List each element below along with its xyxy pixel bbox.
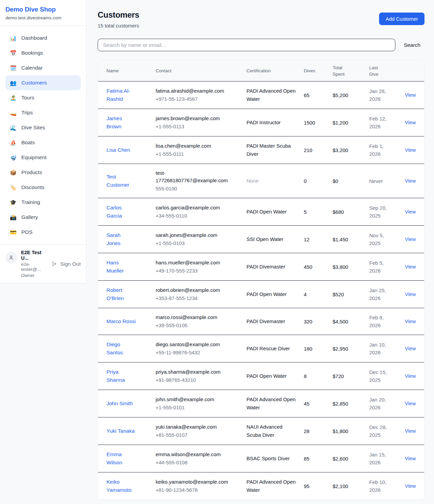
table-row: Diego Santos diego.santos@example.com +5…: [98, 335, 424, 362]
view-link[interactable]: View: [405, 147, 416, 153]
contact-cell: emma.wilson@example.com +44-555-0108: [156, 451, 238, 466]
sidebar-item-products[interactable]: 📦 Products: [5, 165, 81, 180]
view-link[interactable]: View: [405, 178, 416, 184]
sidebar-item-pos[interactable]: 💳 POS: [5, 225, 81, 240]
certification-cell: PADI Divemaster: [246, 317, 296, 325]
sidebar-item-boats[interactable]: ⛵ Boats: [5, 135, 81, 150]
total-spent-cell: $680: [333, 209, 361, 215]
sidebar-item-discounts[interactable]: 🏷️ Discounts: [5, 180, 81, 195]
total-spent-cell: $2,100: [333, 483, 361, 489]
sidebar-item-label: Products: [21, 169, 42, 175]
customer-name-link[interactable]: Yuki Tanaka: [106, 427, 136, 435]
sidebar-item-dive-sites[interactable]: 🌊 Dive Sites: [5, 120, 81, 135]
table-body: Fatima Al-Rashid fatima.alrashid@example…: [98, 81, 424, 500]
certification-cell: PADI Open Water: [246, 372, 296, 380]
customer-name-link[interactable]: Emma Wilson: [106, 450, 136, 467]
table-row: Yuki Tanaka yuki.tanaka@example.com +81-…: [98, 417, 424, 445]
sign-out-button[interactable]: Sign Out: [52, 261, 81, 267]
sidebar-item-trips[interactable]: 🚤 Trips: [5, 105, 81, 120]
table-row: Hans Mueller hans.mueller@example.com +4…: [98, 253, 424, 281]
customer-name-link[interactable]: Fatima Al-Rashid: [106, 87, 136, 103]
certification-cell: NAUI Advanced Scuba Diver: [246, 423, 296, 439]
customer-phone: +44-555-0108: [156, 459, 238, 466]
total-spent-cell: $720: [333, 373, 361, 379]
dives-cell: 45: [304, 401, 324, 407]
sidebar-item-calendar[interactable]: 🗓️ Calendar: [5, 60, 81, 75]
customer-name-link[interactable]: Priya Sharma: [106, 368, 136, 384]
customer-name-link[interactable]: James Brown: [106, 114, 136, 131]
customer-name-link[interactable]: Lisa Chen: [106, 146, 136, 154]
view-link[interactable]: View: [405, 236, 416, 242]
calendar-icon: 🗓️: [10, 65, 17, 71]
customer-name-link[interactable]: Robert O'Brien: [106, 286, 136, 302]
sidebar-item-gallery[interactable]: 📸 Gallery: [5, 210, 81, 225]
search-button[interactable]: Search: [400, 42, 425, 48]
search-input[interactable]: [98, 39, 395, 51]
add-customer-button[interactable]: Add Customer: [379, 13, 425, 25]
customer-name-link[interactable]: John Smith: [106, 399, 136, 408]
customer-name-link[interactable]: Keiko Yamamoto: [106, 478, 136, 494]
contact-cell: john.smith@example.com +1-555-0101: [156, 396, 238, 411]
customer-email: yuki.tanaka@example.com: [156, 423, 234, 431]
customer-phone: +81-90-1234-5678: [156, 486, 238, 494]
total-spent-cell: $2,600: [333, 456, 361, 462]
sidebar-item-training[interactable]: 🎓 Training: [5, 195, 81, 210]
view-link[interactable]: View: [405, 119, 416, 125]
dashboard-icon: 📊: [10, 35, 17, 41]
total-spent-cell: $3,200: [333, 147, 361, 153]
last-dive-cell: Jan 10, 2026: [369, 341, 393, 356]
sidebar-item-tours[interactable]: 🏝️ Tours: [5, 90, 81, 105]
sidebar-item-equipment[interactable]: 🤿 Equipment: [5, 150, 81, 165]
sidebar-item-customers[interactable]: 👥 Customers: [5, 75, 81, 90]
view-link[interactable]: View: [405, 373, 416, 379]
name-cell: Yuki Tanaka: [106, 427, 147, 435]
view-link[interactable]: View: [405, 346, 416, 351]
certification-cell: PADI Open Water: [246, 208, 296, 216]
view-link[interactable]: View: [405, 428, 416, 434]
customer-name-link[interactable]: Carlos Garcia: [106, 204, 136, 220]
shop-name: Demo Dive Shop: [5, 6, 81, 13]
customer-phone: +1-555-0111: [156, 150, 238, 158]
view-link[interactable]: View: [405, 483, 416, 489]
total-spent-cell: $2,850: [333, 401, 361, 407]
customer-name-link[interactable]: Sarah Jones: [106, 231, 136, 247]
actions-cell: View: [405, 236, 425, 242]
view-link[interactable]: View: [405, 209, 416, 214]
sidebar-item-label: Training: [21, 199, 40, 205]
last-dive-cell: Nov 5, 2025: [369, 231, 393, 247]
dives-cell: 28: [304, 428, 324, 434]
sidebar-item-label: Tours: [21, 95, 34, 101]
certification-cell: PADI Divemaster: [246, 263, 296, 271]
table-row: Emma Wilson emma.wilson@example.com +44-…: [98, 445, 424, 472]
actions-cell: View: [405, 400, 425, 407]
view-link[interactable]: View: [405, 455, 416, 461]
dives-cell: 180: [304, 346, 324, 352]
sidebar-item-label: Boats: [21, 139, 35, 146]
sidebar-item-label: Customers: [21, 80, 47, 86]
dives-cell: 1500: [304, 120, 324, 126]
last-dive-cell: Sep 20, 2025: [369, 204, 393, 220]
customer-phone: +81-555-0107: [156, 431, 238, 439]
contact-cell: james.brown@example.com +1-555-0113: [156, 115, 238, 130]
total-spent-cell: $2,950: [333, 346, 361, 352]
customer-name-link[interactable]: Diego Santos: [106, 340, 136, 357]
customer-phone: +91-98765-43210: [156, 376, 238, 384]
customer-phone: +353-87-555-1234: [156, 295, 238, 302]
last-dive-cell: Dec 15, 2025: [369, 368, 393, 384]
sidebar-item-dashboard[interactable]: 📊 Dashboard: [5, 31, 81, 45]
view-link[interactable]: View: [405, 291, 416, 297]
actions-cell: View: [405, 209, 425, 215]
view-link[interactable]: View: [405, 92, 416, 98]
contact-cell: keiko.yamamoto@example.com +81-90-1234-5…: [156, 478, 238, 494]
name-cell: Diego Santos: [106, 340, 147, 357]
customer-name-link[interactable]: Marco Rossi: [106, 317, 136, 325]
sidebar-item-bookings[interactable]: 📅 Bookings: [5, 45, 81, 60]
view-link[interactable]: View: [405, 400, 416, 406]
customer-name-link[interactable]: Hans Mueller: [106, 259, 136, 275]
table-header-row: Name Contact Certification Dives Total S…: [98, 60, 424, 81]
customer-name-link[interactable]: Test Customer: [106, 173, 136, 189]
view-link[interactable]: View: [405, 318, 416, 324]
actions-cell: View: [405, 147, 425, 153]
shop-header: Demo Dive Shop demo.test.divestreams.com: [0, 0, 86, 26]
view-link[interactable]: View: [405, 264, 416, 269]
